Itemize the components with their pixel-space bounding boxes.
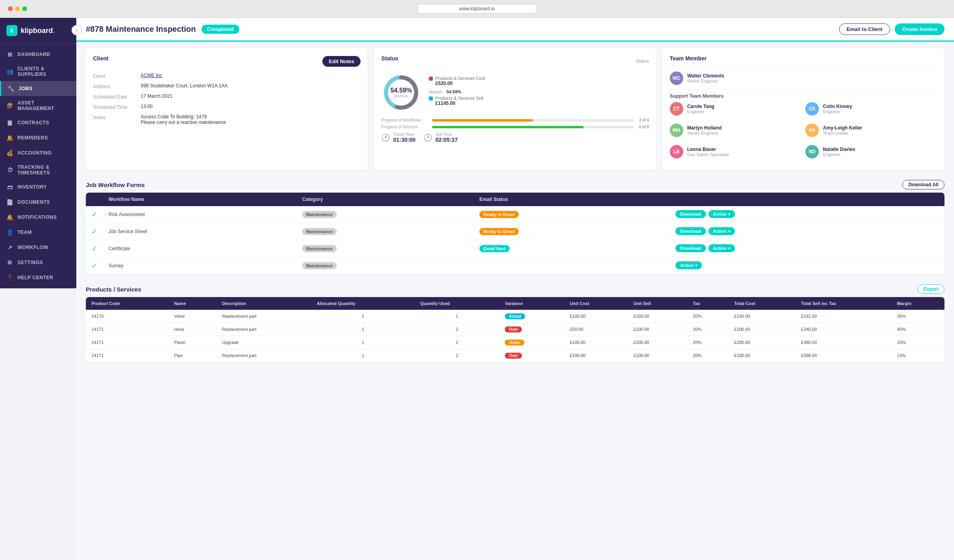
- sidebar-item-help-center[interactable]: ❓HELP CENTER: [0, 270, 76, 285]
- sidebar-item-team[interactable]: 👤TEAM: [0, 225, 76, 240]
- qty-used: 2: [415, 323, 499, 336]
- products-col-header: Quantity Used: [415, 297, 499, 310]
- status-card-title: Status: [381, 55, 398, 62]
- donut-percent: 54.59%: [390, 87, 412, 94]
- qty-used: 2: [415, 336, 499, 349]
- contracts-icon: 📋: [6, 119, 14, 126]
- products-col-header: Unit Sell: [628, 297, 687, 310]
- sidebar-item-notifications[interactable]: 🔔NOTIFICATIONS: [0, 210, 76, 225]
- documents-icon: 📄: [6, 199, 14, 206]
- products-col-header: Tax: [687, 297, 729, 310]
- sidebar-nav: ⊞DASHBOARD👥CLIENTS & SUPPLIERS🔧JOBS📦ASSE…: [0, 44, 76, 288]
- main-member-role: Senior Engineer: [687, 79, 725, 83]
- support-grid: CTCarole TangEngineerCKColin KinneyEngin…: [670, 102, 937, 162]
- url-bar: www.klipboard.io: [417, 4, 537, 14]
- sidebar-label-jobs: JOBS: [19, 86, 33, 91]
- dashboard-icon: ⊞: [6, 51, 14, 58]
- tax: 20%: [687, 310, 729, 323]
- support-member-name: Leona Bauer: [687, 147, 729, 152]
- products-tbody: 14170 Valve Replacement part 1 1 Actual …: [86, 310, 944, 362]
- product-description: Replacement part: [217, 323, 312, 336]
- workflows-title: Job Workflow Forms: [86, 182, 145, 188]
- status-legend: Products & Services Cost £520.00 Margin …: [429, 76, 649, 109]
- travel-time-value: 01:30:00: [393, 137, 415, 143]
- sidebar-item-dashboard[interactable]: ⊞DASHBOARD: [0, 47, 76, 62]
- margin: 20%: [892, 336, 944, 349]
- status-card: Status Status 54.59% MARGIN: [374, 48, 656, 170]
- sidebar-item-clients-suppliers[interactable]: 👥CLIENTS & SUPPLIERS: [0, 62, 76, 81]
- action-button[interactable]: Action: [708, 210, 735, 218]
- support-member: LBLeona BauerGas Safety Specialist: [670, 145, 802, 158]
- unit-cost: £100.00: [564, 349, 628, 362]
- support-member-role: Gas Safety Specialist: [687, 152, 729, 157]
- sidebar-item-documents[interactable]: 📄DOCUMENTS: [0, 195, 76, 210]
- unit-sell: £100.00: [628, 323, 687, 336]
- field-value: 13:00: [141, 104, 153, 109]
- sidebar-item-reminders[interactable]: 🔔REMINDERS: [0, 130, 76, 145]
- field-value[interactable]: ACME Inc: [141, 73, 162, 78]
- download-button[interactable]: Download: [675, 210, 706, 218]
- support-member-role: Engineer: [823, 152, 855, 157]
- products-col-header: Variance: [499, 297, 564, 310]
- category-badge: Maintenance: [302, 211, 337, 218]
- sidebar-item-asset-management[interactable]: 📦ASSET MANAGEMENT: [0, 96, 76, 115]
- job-time-value: 02:05:37: [435, 137, 458, 143]
- tax: 20%: [687, 323, 729, 336]
- qty-used: 2: [415, 349, 499, 362]
- margin: 40%: [892, 323, 944, 336]
- action-button[interactable]: Action: [708, 227, 735, 235]
- download-all-button[interactable]: Download All: [902, 180, 944, 189]
- sidebar-item-tracking-timesheets[interactable]: ⏱TRACKING & TIMESHEETS: [0, 160, 76, 180]
- logo-icon: k: [6, 25, 17, 36]
- sidebar-collapse-button[interactable]: ‹: [72, 25, 82, 35]
- products-col-header: Allocated Quantity: [311, 297, 415, 310]
- sidebar-item-accounting[interactable]: 💰ACCOUNTING: [0, 145, 76, 160]
- support-member-role: Team Leader: [823, 131, 862, 135]
- products-table-container: Product CodeNameDescriptionAllocated Qua…: [86, 297, 944, 362]
- alloc-qty: 1: [311, 336, 415, 349]
- workflow-name: Risk Assessment: [103, 206, 297, 223]
- field-value: 17 March 2021: [141, 93, 173, 99]
- sidebar-item-workflow[interactable]: ↗WORKFLOW: [0, 240, 76, 255]
- margin: 30%: [892, 310, 944, 323]
- email-to-client-button[interactable]: Email to Client: [839, 23, 890, 35]
- client-field-row: Scheduled Date17 March 2021: [93, 93, 361, 100]
- workflow-name: Job Service Sheet: [103, 223, 297, 240]
- sidebar-item-inventory[interactable]: 🗃INVENTORY: [0, 180, 76, 195]
- download-button[interactable]: Download: [675, 244, 706, 252]
- total-sell-inc-tax: £240.00: [795, 323, 892, 336]
- workflows-table-container: Workflow Name Category Email Status ✓ Ri…: [86, 193, 944, 274]
- category-badge: Maintenance: [302, 228, 337, 235]
- support-member: CKColin KinneyEngineer: [805, 102, 937, 116]
- qty-used: 1: [415, 310, 499, 323]
- sidebar-label-workflow: WORKFLOW: [17, 245, 48, 250]
- products-col-header: Total Cost: [729, 297, 795, 310]
- support-member: MHMartyn HollandSenior Engineer: [670, 124, 802, 137]
- client-field-row: ClientACME Inc: [93, 73, 361, 79]
- notifications-icon: 🔔: [6, 214, 14, 221]
- wf-col-email-status: Email Status: [474, 193, 670, 206]
- support-member-role: Engineer: [823, 109, 852, 114]
- action-button[interactable]: Action: [675, 261, 702, 269]
- sidebar-item-settings[interactable]: ⚙SETTINGS: [0, 255, 76, 270]
- product-description: Upgrade: [217, 336, 312, 349]
- create-invoice-button[interactable]: Create Invoice: [895, 23, 944, 35]
- sidebar-item-contracts[interactable]: 📋CONTRACTS: [0, 115, 76, 130]
- support-avatar: AK: [805, 124, 819, 137]
- edit-notes-button[interactable]: Edit Notes: [322, 56, 361, 67]
- product-code: 14171: [86, 336, 169, 349]
- total-sell-inc-tax: £480.00: [795, 336, 892, 349]
- donut-sub: MARGIN: [390, 94, 412, 98]
- unit-sell: £200.00: [628, 336, 687, 349]
- products-title: Products / Services: [86, 286, 141, 293]
- variance: Actual: [499, 310, 564, 323]
- workflow-progress-label: Progress of Workflows: [381, 118, 429, 122]
- download-button[interactable]: Download: [675, 227, 706, 235]
- browser-dot-yellow: [15, 6, 20, 11]
- sidebar-label-asset-management: ASSET MANAGEMENT: [17, 100, 70, 111]
- products-col-header: Unit Cost: [564, 297, 628, 310]
- sidebar-item-jobs[interactable]: 🔧JOBS: [0, 81, 76, 96]
- export-button[interactable]: Export: [917, 284, 944, 294]
- action-button[interactable]: Action: [708, 244, 735, 252]
- jobs-icon: 🔧: [8, 85, 15, 92]
